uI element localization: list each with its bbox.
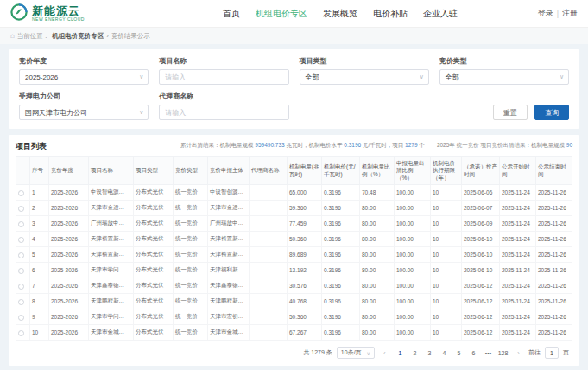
list-title: 项目列表 bbox=[16, 141, 47, 152]
next-page-button[interactable]: › bbox=[513, 348, 524, 359]
row-select-cell bbox=[16, 278, 30, 294]
cell-end: 2025-11-26 bbox=[536, 201, 572, 216]
query-button[interactable]: 查询 bbox=[534, 105, 569, 120]
table-row: 52025-2026天津裕置新…分布式光伏统一竞价天津裕置新…89.6890.3… bbox=[16, 247, 572, 263]
row-checkbox[interactable] bbox=[18, 268, 24, 274]
cell-entity: 天津裕置新… bbox=[208, 247, 250, 263]
column-header: 竞价年度 bbox=[49, 157, 89, 185]
column-header: 机制电价(元/千瓦时) bbox=[322, 157, 360, 185]
cell-ratio: 80.00 bbox=[360, 294, 395, 309]
cell-end: 2025-11-26 bbox=[536, 278, 572, 294]
page-button-128[interactable]: 128 bbox=[497, 348, 509, 359]
row-checkbox[interactable] bbox=[18, 315, 24, 321]
cell-seq: 6 bbox=[30, 263, 49, 278]
cell-btype: 统一竞价 bbox=[174, 263, 208, 278]
cell-years: 10 bbox=[431, 278, 462, 294]
cell-entity: 天津市金城… bbox=[208, 325, 250, 341]
nav-item-企业入驻[interactable]: 企业入驻 bbox=[423, 8, 458, 20]
cell-start: 2025-11-24 bbox=[500, 216, 536, 232]
cell-btype: 统一竞价 bbox=[174, 294, 208, 309]
cell-agent bbox=[250, 294, 288, 309]
cell-years: 10 bbox=[431, 247, 462, 263]
breadcrumb: ⌂ 当前位置： 机组电价竞价专区 › 竞价结果公示 bbox=[0, 28, 588, 44]
nav-item-发展概览[interactable]: 发展概览 bbox=[323, 8, 357, 20]
cell-ratio: 80.00 bbox=[360, 232, 395, 247]
logo-subtitle: NEW ENERGY CLOUD bbox=[32, 17, 85, 22]
cell-clear: 100.00 bbox=[395, 201, 431, 216]
project-name-input[interactable] bbox=[165, 73, 282, 81]
column-header: 公示结束时间 bbox=[536, 157, 572, 185]
bidding-type-select[interactable]: 全部 ∨ bbox=[439, 69, 569, 85]
bidding-year-select[interactable]: 2025-2026 ∨ bbox=[19, 69, 149, 85]
login-link[interactable]: 登录 bbox=[538, 8, 553, 19]
project-type-value: 全部 bbox=[306, 73, 319, 82]
page-button-5[interactable]: 5 bbox=[453, 348, 465, 359]
cell-ratio: 80.00 bbox=[360, 325, 395, 341]
row-select-cell bbox=[16, 185, 30, 201]
row-checkbox[interactable] bbox=[18, 299, 24, 305]
cell-seq: 7 bbox=[30, 278, 49, 294]
cell-agent bbox=[250, 216, 288, 232]
nav-item-机组电价专区[interactable]: 机组电价专区 bbox=[256, 8, 307, 20]
column-header: 机制电价执行期限（年） bbox=[431, 157, 462, 185]
page-size-select[interactable]: 10条/页 ∨ bbox=[337, 347, 375, 359]
cell-agent bbox=[250, 278, 288, 294]
cell-start: 2025-11-24 bbox=[500, 325, 536, 341]
cell-ratio: 70.48 bbox=[360, 185, 395, 201]
cell-btype: 统一竞价 bbox=[174, 232, 208, 247]
power-company-select[interactable]: 国网天津市电力公司 ∨ bbox=[19, 105, 149, 120]
row-select-cell bbox=[16, 263, 30, 278]
page-button-4[interactable]: 4 bbox=[439, 348, 450, 359]
cell-clear: 100.00 bbox=[395, 294, 431, 309]
cell-end: 2025-11-26 bbox=[536, 309, 572, 325]
page-button-2[interactable]: 2 bbox=[409, 348, 420, 359]
register-link[interactable]: 注册 bbox=[562, 8, 578, 19]
field-power-company: 受理电力公司 国网天津市电力公司 ∨ bbox=[19, 92, 149, 120]
logo[interactable]: 新能源云 NEW ENERGY CLOUD bbox=[10, 3, 85, 24]
nav-item-电价补贴[interactable]: 电价补贴 bbox=[373, 8, 408, 20]
cell-project: 中设智电源… bbox=[89, 185, 134, 201]
summary-qty-value: 959490.733 bbox=[255, 142, 284, 148]
page-button-1[interactable]: 1 bbox=[395, 348, 406, 359]
cell-price: 0.3196 bbox=[322, 325, 360, 341]
project-type-select[interactable]: 全部 ∨ bbox=[300, 69, 429, 85]
cell-project: 天津鑫泰物… bbox=[89, 278, 134, 294]
summary-price-value: 0.3196 bbox=[344, 142, 361, 148]
breadcrumb-current: 竞价结果公示 bbox=[111, 32, 150, 41]
table-body: 12025-2026中设智电源…分布式光伏统一竞价中设智创源…65.0000.3… bbox=[16, 185, 572, 341]
page-size-value: 10条/页 bbox=[341, 348, 362, 357]
page-button-6[interactable]: 6 bbox=[468, 348, 479, 359]
cell-project: 天津市金运… bbox=[89, 201, 134, 216]
cell-project: 天津市学问… bbox=[89, 309, 134, 325]
agent-name-input[interactable] bbox=[165, 109, 282, 117]
auth-links: 登录 | 注册 bbox=[538, 8, 578, 19]
row-checkbox[interactable] bbox=[18, 330, 24, 336]
column-header: 公示开始时间 bbox=[500, 157, 536, 185]
logo-icon bbox=[10, 3, 28, 24]
column-header: 项目类型 bbox=[134, 157, 174, 185]
cell-prod: 2025-06-12 bbox=[462, 325, 500, 341]
goto-page-input[interactable]: 1 bbox=[545, 347, 559, 359]
row-checkbox[interactable] bbox=[18, 237, 24, 243]
cell-prod: 2025-06-10 bbox=[462, 232, 500, 247]
row-checkbox[interactable] bbox=[18, 206, 24, 212]
reset-button[interactable]: 重置 bbox=[493, 105, 528, 120]
prev-page-button[interactable]: ‹ bbox=[379, 348, 390, 359]
cell-qty: 13.192 bbox=[288, 263, 322, 278]
page-button-3[interactable]: 3 bbox=[424, 348, 435, 359]
cell-ratio: 80.00 bbox=[360, 201, 395, 216]
cell-ptype: 分布式光伏 bbox=[134, 294, 174, 309]
row-checkbox[interactable] bbox=[18, 252, 24, 258]
cell-start: 2025-11-24 bbox=[500, 309, 536, 325]
filter-panel: 竞价年度 2025-2026 ∨ 项目名称 项目类型 全部 bbox=[9, 49, 579, 129]
cell-ptype: 分布式光伏 bbox=[134, 201, 174, 216]
breadcrumb-section[interactable]: 机组电价竞价专区 bbox=[52, 32, 104, 41]
row-checkbox[interactable] bbox=[18, 221, 24, 227]
row-select-cell bbox=[16, 247, 30, 263]
column-header: 申报电量出清比例（%） bbox=[395, 157, 431, 185]
table-row: 72025-2026天津鑫泰物…分布式光伏统一竞价天津鑫泰物…30.5760.3… bbox=[16, 278, 572, 294]
row-checkbox[interactable] bbox=[18, 284, 24, 290]
row-checkbox[interactable] bbox=[18, 190, 24, 196]
nav-item-首页[interactable]: 首页 bbox=[223, 8, 240, 20]
cell-btype: 统一竞价 bbox=[174, 216, 208, 232]
